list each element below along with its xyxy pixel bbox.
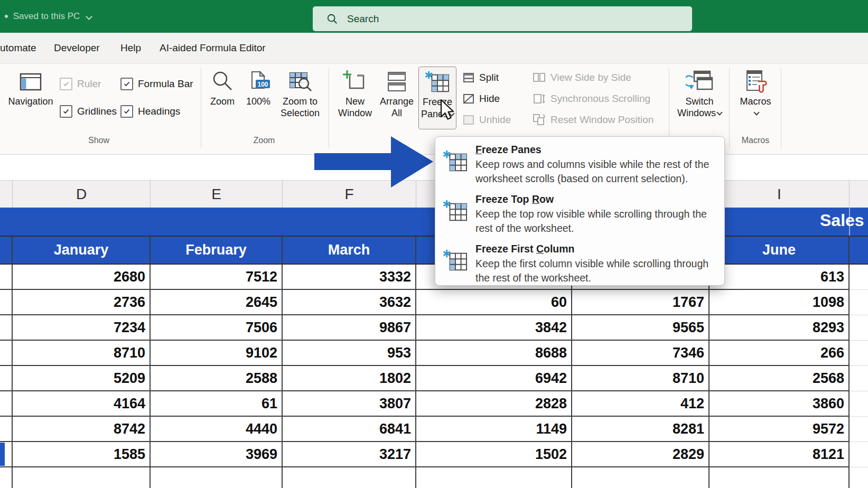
data-cell[interactable]: 2829 [572,442,710,467]
view-side-by-side-button[interactable]: View Side by Side [533,71,631,84]
search-input[interactable]: Search [313,6,692,31]
data-cell[interactable]: 6841 [283,417,416,442]
partial-cell[interactable] [710,467,850,488]
headings-checkbox[interactable]: Headings [120,105,180,118]
column-letter-cell[interactable]: D [13,181,151,208]
reset-window-position-button[interactable]: Reset Window Position [533,114,654,126]
data-cell[interactable]: 9867 [283,315,416,341]
data-cell[interactable]: 3632 [283,290,416,315]
data-cell[interactable]: 2680 [13,265,151,290]
partial-cell[interactable] [0,467,13,488]
month-header-cell[interactable] [850,237,868,265]
gridlines-checkbox[interactable]: Gridlines [60,105,117,118]
arrange-all-button[interactable]: Arrange All [376,69,417,119]
data-cell[interactable]: 613 [710,265,850,290]
data-cell[interactable]: 3807 [283,391,416,417]
data-cell[interactable]: 2588 [151,366,283,391]
formula-bar-checkbox[interactable]: Formula Bar [120,78,193,90]
data-cell[interactable]: 8281 [572,417,710,442]
zoom-button[interactable]: Zoom [205,69,240,108]
data-cell[interactable]: 8710 [572,366,710,391]
data-cell[interactable]: 266 [710,341,850,366]
data-cell[interactable]: 2645 [151,290,283,315]
data-cell[interactable]: 8688 [416,341,572,366]
data-cell[interactable] [850,417,868,442]
partial-cell[interactable] [283,467,416,488]
zoom-to-selection-button[interactable]: Zoom to Selection [277,69,323,119]
data-cell[interactable]: 8710 [13,341,151,366]
data-cell[interactable] [850,290,868,315]
month-header-cell[interactable] [0,237,13,265]
data-cell[interactable] [0,391,13,417]
tab-ai-aided-formula-editor[interactable]: AI-aided Formula Editor [160,33,266,63]
data-cell[interactable]: 3842 [416,315,572,341]
sheet-title-row[interactable]: Sales [0,208,868,237]
data-cell[interactable] [0,366,13,391]
data-cell[interactable]: 3969 [151,442,283,467]
data-cell[interactable] [850,265,868,290]
data-cell[interactable]: 61 [151,391,283,417]
menu-item-freeze-top-row[interactable]: Freeze Top Row Keep the top row visible … [435,190,724,239]
data-cell[interactable]: 8293 [710,315,850,341]
data-cell[interactable]: 3332 [283,265,416,290]
data-cell[interactable]: 5209 [13,366,151,391]
data-cell[interactable]: 412 [572,391,710,417]
partial-cell[interactable] [416,467,572,488]
hide-button[interactable]: Hide [462,92,500,105]
month-header-cell[interactable]: January [13,237,151,265]
data-cell[interactable] [0,315,13,341]
data-cell[interactable]: 2828 [416,391,572,417]
data-cell[interactable]: 7512 [151,265,283,290]
new-window-button[interactable]: New Window [335,69,375,119]
column-letter-cell[interactable] [0,181,13,208]
data-cell[interactable]: 9572 [710,417,850,442]
column-letter-cell[interactable]: E [151,181,283,208]
column-letter-cell[interactable]: I [710,181,850,208]
synchronous-scrolling-button[interactable]: Synchronous Scrolling [533,92,650,105]
data-cell[interactable]: 2736 [13,290,151,315]
data-cell[interactable] [0,290,13,315]
data-cell[interactable]: 7506 [151,315,283,341]
month-header-cell[interactable]: March [283,237,416,265]
saved-status[interactable]: • Saved to this PC [4,0,91,33]
switch-windows-button[interactable]: Switch Windows [672,69,727,119]
menu-item-freeze-first-column[interactable]: Freeze First Column Keep the first colum… [435,239,724,289]
partial-cell[interactable] [572,467,710,488]
data-cell[interactable] [0,341,13,366]
data-cell[interactable]: 7346 [572,341,710,366]
split-button[interactable]: Split [462,71,499,84]
month-header-cell[interactable]: June [710,237,850,265]
macros-button[interactable]: Macros [733,69,778,115]
partial-cell[interactable] [151,467,283,488]
data-cell[interactable]: 4440 [151,417,283,442]
data-cell[interactable] [850,442,868,467]
navigation-button[interactable]: Navigation [5,69,56,108]
ruler-checkbox[interactable]: Ruler [60,78,101,90]
data-cell[interactable]: 9565 [572,315,710,341]
tab-automate[interactable]: utomate [0,33,36,63]
data-cell[interactable]: 1098 [710,290,850,315]
partial-cell[interactable] [13,467,151,488]
data-cell[interactable]: 8121 [710,442,850,467]
unhide-button[interactable]: Unhide [462,114,511,126]
data-cell[interactable]: 1767 [572,290,710,315]
zoom-100-button[interactable]: 100 100% [241,69,276,108]
data-cell[interactable] [850,341,868,366]
data-cell[interactable] [0,417,13,442]
column-letter-cell[interactable] [850,181,868,208]
data-cell[interactable] [850,391,868,417]
data-cell[interactable] [850,366,868,391]
data-cell[interactable]: 1585 [13,442,151,467]
data-cell[interactable]: 1802 [283,366,416,391]
data-cell[interactable]: 3217 [283,442,416,467]
menu-item-freeze-panes[interactable]: Freeze Panes Keep rows and columns visib… [435,140,724,190]
data-cell[interactable]: 4164 [13,391,151,417]
data-cell[interactable]: 6942 [416,366,572,391]
tab-help[interactable]: Help [120,33,141,63]
tab-developer[interactable]: Developer [54,33,100,63]
data-cell[interactable]: 8742 [13,417,151,442]
data-cell[interactable]: 2568 [710,366,850,391]
data-cell[interactable]: 1149 [416,417,572,442]
month-header-cell[interactable]: February [151,237,283,265]
data-cell[interactable]: 953 [283,341,416,366]
